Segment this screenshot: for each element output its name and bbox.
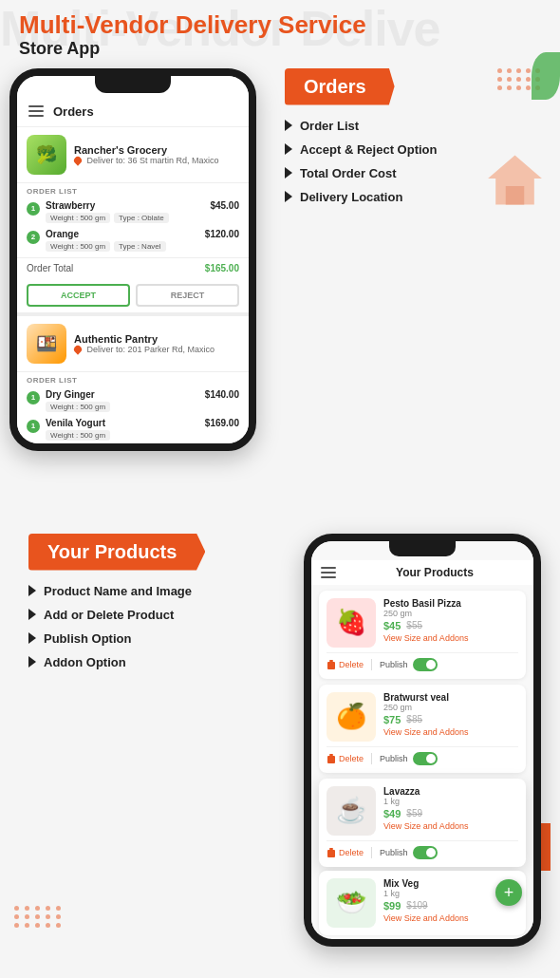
products-screen-header: Your Products (311, 560, 533, 585)
product-card-1-inner: 🍓 Pesto Basil Pizza 250 gm $45 $55 View … (327, 598, 518, 648)
product-card-2-inner: 🍊 Bratwurst veal 250 gm $75 $85 View Siz… (327, 692, 518, 742)
action-buttons: ACCEPT REJECT (17, 278, 249, 312)
order-item-tags-2: Weight : 500 gm Type : Navel (46, 241, 239, 252)
order-item-2: 2 Orange $120.00 Weight : 500 gm Type : … (17, 226, 249, 254)
order-item-info-s2-1: Dry Ginger $140.00 Weight : 500 gm (46, 389, 239, 412)
chevron-icon-1 (285, 120, 292, 131)
product-prices-2: $75 $85 (383, 714, 518, 725)
price-old-2: $85 (406, 714, 422, 724)
product-weight-3: 1 kg (383, 797, 518, 806)
order-num-s2-1: 1 (27, 391, 40, 404)
chevron-icon-3 (285, 167, 292, 179)
order-item-s2-1: 1 Dry Ginger $140.00 Weight : 500 gm (17, 386, 249, 415)
order-item-info-s2-2: Venila Yogurt $169.00 Weight : 500 gm (46, 418, 239, 441)
publish-button-3[interactable]: Publish (380, 846, 438, 859)
product-card-4-inner: 🥗 Mix Veg 1 kg $99 $109 View Size and Ad… (327, 878, 518, 928)
your-products-section: Your Products Product Name and Image Add… (0, 524, 560, 947)
store2-image: 🍱 (27, 324, 66, 364)
phone2-container: Your Products 🍓 Pesto Basil Pizza 250 gm… (275, 534, 551, 947)
delete-button-3[interactable]: Delete (327, 847, 364, 858)
your-products-banner: Your Products (28, 534, 205, 571)
orders-feature-list: Order List Accept & Reject Option Total … (285, 119, 546, 204)
delete-button-2[interactable]: Delete (327, 753, 364, 764)
separator-1 (371, 659, 372, 670)
publish-button-1[interactable]: Publish (380, 658, 438, 671)
store1-info: Rancher's Grocery Deliver to: 36 St mart… (74, 144, 219, 165)
svg-rect-2 (327, 662, 335, 669)
view-addons-3[interactable]: View Size and Addons (383, 821, 518, 831)
product-prices-1: $45 $55 (383, 620, 518, 631)
order-item-price-s2-1: $140.00 (205, 389, 239, 400)
main-content-top: Orders 🥦 Rancher's Grocery Deliver to: 3… (0, 59, 560, 451)
product-name-3: Lavazza (383, 786, 518, 797)
hamburger-icon-2[interactable] (321, 567, 336, 578)
store2-info: Authentic Pantry Deliver to: 201 Parker … (74, 333, 215, 354)
product-name-1: Pesto Basil Pizza (383, 598, 518, 609)
bottom-layout: Your Products Product Name and Image Add… (0, 524, 560, 947)
toggle-1[interactable] (413, 658, 438, 671)
view-addons-4[interactable]: View Size and Addons (383, 913, 518, 923)
order-item: 1 Strawberry $45.00 Weight : 500 gm Type… (17, 197, 249, 226)
store2-name: Authentic Pantry (74, 333, 215, 345)
order-item-name-1: Strawberry (46, 200, 95, 211)
reject-button[interactable]: REJECT (136, 284, 239, 307)
chevron-icon-5 (28, 585, 36, 596)
product-weight-2: 250 gm (383, 703, 518, 712)
order-num-s2-2: 1 (27, 420, 40, 433)
tag-type-1: Type : Oblate (114, 213, 169, 223)
tag-weight-1: Weight : 500 gm (46, 213, 110, 223)
toggle-3[interactable] (413, 846, 438, 859)
product-card-1: 🍓 Pesto Basil Pizza 250 gm $45 $55 View … (319, 591, 526, 679)
orders-banner: Orders (285, 68, 395, 105)
chevron-icon-6 (28, 609, 36, 620)
your-products-features-panel: Your Products Product Name and Image Add… (9, 534, 275, 947)
view-addons-2[interactable]: View Size and Addons (383, 727, 518, 737)
product-img-4: 🥗 (327, 878, 376, 928)
price-old-4: $109 (406, 900, 427, 911)
order-list-label-2: ORDER LIST (17, 372, 249, 386)
order-item-name-s2-2: Venila Yogurt (46, 418, 105, 428)
order-item-info-2: Orange $120.00 Weight : 500 gm Type : Na… (46, 229, 239, 252)
product-info-1: Pesto Basil Pizza 250 gm $45 $55 View Si… (383, 598, 518, 643)
fab-add-button[interactable]: + (495, 879, 522, 906)
accept-button[interactable]: ACCEPT (27, 284, 130, 307)
product-actions-3: Delete Publish (327, 840, 518, 859)
price-old-3: $59 (406, 808, 422, 818)
price-current-4: $99 (383, 900, 401, 912)
order-item-price-s2-2: $169.00 (205, 418, 239, 428)
svg-rect-6 (327, 850, 335, 857)
svg-rect-5 (329, 754, 333, 756)
order-item-tags-s2-2: Weight : 500 gm (46, 430, 239, 441)
store1-card: 🥦 Rancher's Grocery Deliver to: 36 St ma… (17, 127, 249, 183)
chevron-icon-7 (28, 632, 36, 644)
toggle-2[interactable] (413, 752, 438, 765)
hamburger-icon[interactable] (28, 105, 44, 117)
phone1-container: Orders 🥦 Rancher's Grocery Deliver to: 3… (0, 68, 271, 451)
publish-button-2[interactable]: Publish (380, 752, 438, 765)
order-item-tags-1: Weight : 500 gm Type : Oblate (46, 213, 239, 223)
feature-add-delete: Add or Delete Product (28, 608, 266, 622)
product-img-1: 🍓 (327, 598, 376, 648)
tag-type-2: Type : Navel (114, 241, 165, 252)
chevron-icon-4 (285, 191, 292, 202)
feature-accept-reject: Accept & Reject Option (285, 142, 546, 157)
product-card-4: 🥗 Mix Veg 1 kg $99 $109 View Size and Ad… (319, 871, 526, 935)
product-card-2: 🍊 Bratwurst veal 250 gm $75 $85 View Siz… (319, 685, 526, 773)
svg-rect-7 (329, 848, 333, 850)
order-item-tags-s2-1: Weight : 500 gm (46, 402, 239, 412)
delete-button-1[interactable]: Delete (327, 659, 364, 670)
product-card-3: ☕ Lavazza 1 kg $49 $59 View Size and Add… (319, 779, 526, 867)
view-addons-1[interactable]: View Size and Addons (383, 633, 518, 643)
order-item-name-2: Orange (46, 229, 79, 239)
order-item-name-s2-1: Dry Ginger (46, 389, 95, 400)
feature-publish: Publish Option (28, 631, 266, 646)
store2-card: 🍱 Authentic Pantry Deliver to: 201 Parke… (17, 312, 249, 372)
product-info-3: Lavazza 1 kg $49 $59 View Size and Addon… (383, 786, 518, 831)
phone2-mockup: Your Products 🍓 Pesto Basil Pizza 250 gm… (304, 534, 541, 947)
your-products-feature-list: Product Name and Image Add or Delete Pro… (28, 584, 266, 669)
order-item-price-2: $120.00 (205, 229, 239, 239)
feature-total-cost: Total Order Cost (285, 166, 546, 180)
tag-weight-s2-2: Weight : 500 gm (46, 430, 110, 441)
store2-address: Deliver to: 201 Parker Rd, Maxico (74, 345, 215, 354)
product-weight-1: 250 gm (383, 609, 518, 618)
